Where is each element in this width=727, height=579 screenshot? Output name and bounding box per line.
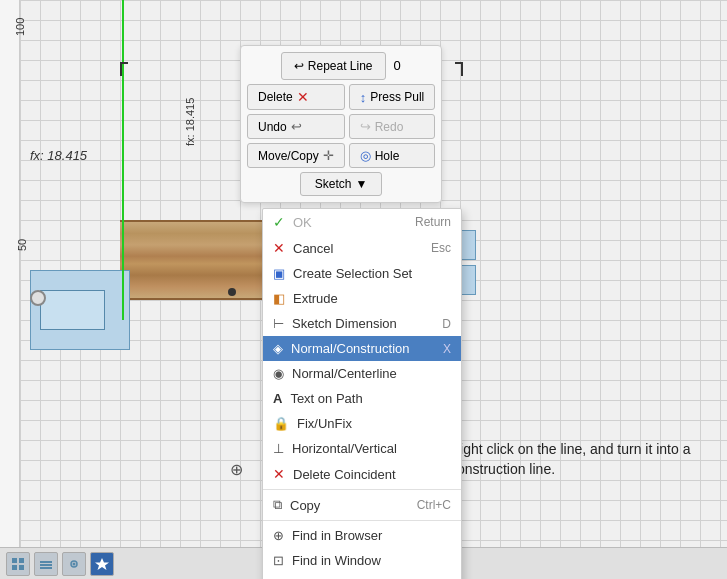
ctx-extrude-label: Extrude (293, 291, 338, 306)
ctx-copy[interactable]: ⧉ Copy Ctrl+C (263, 492, 461, 518)
extrude-icon: ◧ (273, 291, 285, 306)
blue-shape-inner (40, 290, 105, 330)
fx-label: fx: 18.415 (30, 148, 87, 163)
ctx-text-on-path[interactable]: A Text on Path (263, 386, 461, 411)
svg-rect-1 (19, 558, 24, 563)
svg-rect-6 (40, 567, 52, 569)
horizontal-vertical-icon: ⊥ (273, 441, 284, 456)
ctx-sketch-dimension-label: Sketch Dimension (292, 316, 397, 331)
ok-icon: ✓ (273, 214, 285, 230)
hole-label: Hole (375, 149, 400, 163)
ctx-find-browser-label: Find in Browser (292, 528, 382, 543)
ctx-ok-shortcut: Return (415, 215, 451, 229)
divider-2 (263, 520, 461, 521)
delete-icon: ✕ (297, 89, 309, 105)
sketch-label: Sketch (315, 177, 352, 191)
ctx-normal-construction-shortcut: X (443, 342, 451, 356)
toolbar: ↩ Repeat Line 0 Delete ✕ ↕ Press Pull Un… (240, 45, 442, 203)
copy-icon: ⧉ (273, 497, 282, 513)
ctx-delete-coincident[interactable]: ✕ Delete Coincident (263, 461, 461, 487)
ctx-find-browser[interactable]: ⊕ Find in Browser (263, 523, 461, 548)
ctx-copy-label: Copy (290, 498, 320, 513)
fix-unfix-icon: 🔒 (273, 416, 289, 431)
bottom-icon-star[interactable] (90, 552, 114, 576)
text-on-path-icon: A (273, 391, 282, 406)
ruler-left (0, 0, 20, 579)
ctx-find-timeline[interactable]: ⊞ Find in Timeline (263, 573, 461, 579)
press-pull-button[interactable]: ↕ Press Pull (349, 84, 436, 110)
circle-handle[interactable] (30, 290, 46, 306)
move-icon[interactable]: ⊕ (230, 460, 243, 479)
cancel-icon: ✕ (273, 240, 285, 256)
ctx-sketch-dimension-shortcut: D (442, 317, 451, 331)
context-menu: ✓ OK Return ✕ Cancel Esc ▣ Create Select… (262, 208, 462, 579)
delete-label: Delete (258, 90, 293, 104)
dim-label-50: 50 (16, 239, 28, 251)
ctx-ok-label: OK (293, 215, 312, 230)
redo-button[interactable]: ↪ Redo (349, 114, 436, 139)
bottom-icon-grid[interactable] (6, 552, 30, 576)
right-handle-top (460, 230, 476, 260)
svg-marker-9 (95, 558, 109, 570)
green-construction-line (122, 0, 124, 320)
dim-tick-left (120, 62, 128, 76)
ctx-fix-unfix[interactable]: 🔒 Fix/UnFix (263, 411, 461, 436)
ctx-extrude[interactable]: ◧ Extrude (263, 286, 461, 311)
press-pull-icon: ↕ (360, 90, 367, 105)
ctx-copy-shortcut: Ctrl+C (417, 498, 451, 512)
ctx-ok[interactable]: ✓ OK Return (263, 209, 461, 235)
divider-1 (263, 489, 461, 490)
svg-rect-4 (40, 561, 52, 563)
dim-label-vertical: fx: 18.415 (184, 98, 196, 146)
delete-button[interactable]: Delete ✕ (247, 84, 345, 110)
ctx-cancel-label: Cancel (293, 241, 333, 256)
ctx-sketch-dimension[interactable]: ⊢ Sketch Dimension D (263, 311, 461, 336)
repeat-line-button[interactable]: ↩ Repeat Line (281, 52, 385, 80)
svg-rect-2 (12, 565, 17, 570)
annotation-text: Right click on the line, and turn it int… (450, 440, 700, 479)
ctx-normal-construction[interactable]: ◈ Normal/Construction X (263, 336, 461, 361)
redo-icon: ↪ (360, 119, 371, 134)
normal-centerline-icon: ◉ (273, 366, 284, 381)
undo-icon: ↩ (291, 119, 302, 134)
undo-label: Undo (258, 120, 287, 134)
ctx-find-window-label: Find in Window (292, 553, 381, 568)
create-selection-icon: ▣ (273, 266, 285, 281)
sketch-arrow-icon: ▼ (356, 177, 368, 191)
ctx-cancel-shortcut: Esc (431, 241, 451, 255)
redo-label: Redo (375, 120, 404, 134)
dim-tick-right (455, 62, 463, 76)
move-copy-label: Move/Copy (258, 149, 319, 163)
sketch-dimension-icon: ⊢ (273, 316, 284, 331)
ctx-text-on-path-label: Text on Path (290, 391, 362, 406)
ctx-fix-unfix-label: Fix/UnFix (297, 416, 352, 431)
delete-coincident-icon: ✕ (273, 466, 285, 482)
normal-construction-icon: ◈ (273, 341, 283, 356)
bottom-icon-settings[interactable] (62, 552, 86, 576)
right-handle-bottom (460, 265, 476, 295)
sketch-dropdown[interactable]: Sketch ▼ (300, 172, 383, 196)
ctx-delete-coincident-label: Delete Coincident (293, 467, 396, 482)
svg-rect-5 (40, 564, 52, 566)
ctx-normal-construction-label: Normal/Construction (291, 341, 410, 356)
svg-rect-3 (19, 565, 24, 570)
ctx-normal-centerline[interactable]: ◉ Normal/Centerline (263, 361, 461, 386)
press-pull-label: Press Pull (370, 90, 424, 104)
point-handle (228, 288, 236, 296)
ctx-create-selection[interactable]: ▣ Create Selection Set (263, 261, 461, 286)
ctx-normal-centerline-label: Normal/Centerline (292, 366, 397, 381)
move-copy-icon: ✛ (323, 148, 334, 163)
svg-point-8 (73, 562, 76, 565)
ctx-horizontal-vertical[interactable]: ⊥ Horizontal/Vertical (263, 436, 461, 461)
repeat-count: 0 (394, 52, 401, 80)
find-window-icon: ⊡ (273, 553, 284, 568)
hole-button[interactable]: ◎ Hole (349, 143, 436, 168)
bottom-icon-layers[interactable] (34, 552, 58, 576)
ctx-find-window[interactable]: ⊡ Find in Window (263, 548, 461, 573)
dim-label-100: 100 (14, 18, 26, 36)
find-browser-icon: ⊕ (273, 528, 284, 543)
ctx-cancel[interactable]: ✕ Cancel Esc (263, 235, 461, 261)
svg-rect-0 (12, 558, 17, 563)
move-copy-button[interactable]: Move/Copy ✛ (247, 143, 345, 168)
undo-button[interactable]: Undo ↩ (247, 114, 345, 139)
